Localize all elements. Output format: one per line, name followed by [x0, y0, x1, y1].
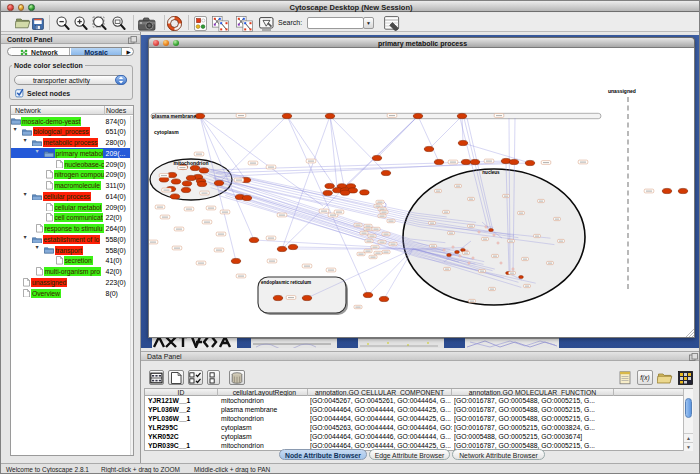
svg-text:plasma membrane: plasma membrane — [152, 113, 196, 119]
svg-text:nucleus: nucleus — [482, 170, 500, 175]
svg-text:cytoplasm: cytoplasm — [154, 129, 179, 135]
svg-text:mitochondrion: mitochondrion — [174, 160, 209, 166]
svg-text:endoplasmic reticulum: endoplasmic reticulum — [261, 280, 311, 285]
svg-text:unassigned: unassigned — [608, 88, 636, 94]
